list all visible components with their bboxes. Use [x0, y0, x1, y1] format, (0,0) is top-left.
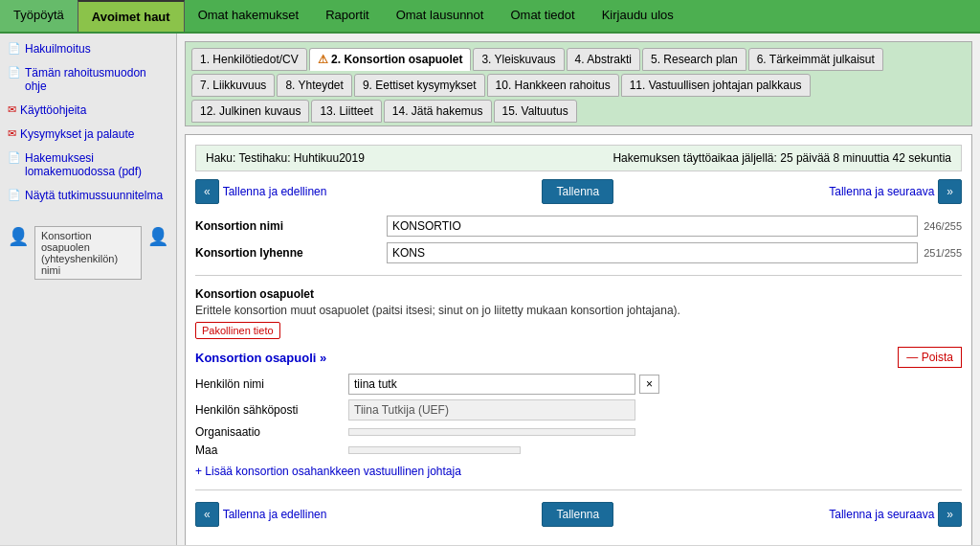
konsortio-section: Konsortion osapuolet Erittele konsortion… — [195, 287, 962, 339]
nav-raportit[interactable]: Raportit — [312, 0, 383, 32]
nav-avoimet-haut[interactable]: Avoimet haut — [78, 0, 185, 32]
osapuolet-desc: Erittele konsortion muut osapuolet (pait… — [195, 304, 962, 317]
poista-button[interactable]: — Poista — [898, 347, 962, 368]
maa-wrap — [348, 446, 962, 454]
tab-1[interactable]: 1. Henkilötiedot/CV — [191, 48, 307, 71]
maa-label: Maa — [195, 444, 348, 457]
next-group: Tallenna ja seuraava » — [829, 179, 962, 204]
henkilon-sahkoposti-value: Tiina Tutkija (UEF) — [348, 399, 635, 421]
tab-10[interactable]: 10. Hankkeen rahoitus — [487, 74, 619, 97]
next-arrow-button[interactable]: » — [938, 179, 962, 204]
tab-14[interactable]: 14. Jätä hakemus — [384, 100, 492, 123]
haku-right: Hakemuksen täyttöaikaa jäljellä: 25 päiv… — [612, 151, 951, 165]
sidebar-link-kysymykset[interactable]: Kysymykset ja palaute — [20, 126, 134, 142]
organisaatio-wrap — [348, 428, 962, 436]
tab-12[interactable]: 12. Julkinen kuvaus — [191, 100, 309, 123]
tabs-row-3: 12. Julkinen kuvaus 13. Liitteet 14. Jät… — [191, 100, 966, 123]
prev-group: « Tallenna ja edellinen — [195, 179, 326, 204]
prev-group-bottom: « Tallenna ja edellinen — [195, 502, 326, 527]
nav-omat-lausunnot[interactable]: Omat lausunnot — [383, 0, 498, 32]
nav-omat-tiedot[interactable]: Omat tiedot — [497, 0, 588, 32]
sidebar-link-rahoitusmuoto[interactable]: Tämän rahoitusmuodon ohje — [25, 65, 168, 94]
tab-2[interactable]: ⚠ 2. Konsortion osapuolet — [309, 48, 472, 71]
osapuoli-title-link[interactable]: Konsortion osapuoli » — [195, 351, 326, 365]
henkilon-sahkoposti-wrap: Tiina Tutkija (UEF) — [348, 399, 962, 421]
form-area: Haku: Testihaku: Huhtikuu2019 Hakemuksen… — [185, 134, 972, 545]
sidebar-tooltip: Konsortion osapuolen (yhteyshenkilön) ni… — [34, 226, 142, 280]
divider-2 — [195, 489, 962, 490]
tab-7[interactable]: 7. Liikkuvuus — [191, 74, 275, 97]
sidebar-link-hakemuksesi[interactable]: Hakemuksesi lomakemuodossa (pdf) — [25, 150, 168, 179]
prev-link[interactable]: Tallenna ja edellinen — [223, 185, 327, 198]
tab-6[interactable]: 6. Tärkeimmät julkaisut — [748, 48, 883, 71]
konsortion-nimi-count: 246/255 — [924, 220, 962, 232]
konsortion-nimi-label: Konsortion nimi — [195, 219, 387, 233]
sidebar-hakemuksesi: 📄 Hakemuksesi lomakemuodossa (pdf) — [8, 150, 168, 183]
sidebar-link-tutkimussuunnitelma[interactable]: Näytä tutkimussuunnitelma — [25, 188, 163, 203]
tab-8[interactable]: 8. Yhteydet — [277, 74, 352, 97]
prev-link-bottom[interactable]: Tallenna ja edellinen — [223, 508, 327, 521]
sidebar-tutkimussuunnitelma: 📄 Näytä tutkimussuunnitelma — [8, 188, 168, 207]
pdf-icon-2: 📄 — [8, 66, 21, 79]
organisaatio-label: Organisaatio — [195, 425, 348, 439]
sidebar-link-hakuilmoitus[interactable]: Hakuilmoitus — [25, 41, 91, 57]
next-link-bottom[interactable]: Tallenna ja seuraava — [829, 508, 934, 521]
pdf-icon-3: 📄 — [8, 151, 21, 164]
konsortion-lyhenne-label: Konsortion lyhenne — [195, 246, 387, 260]
konsortion-lyhenne-input[interactable] — [387, 242, 918, 263]
osapuolet-title: Konsortion osapuolet — [195, 287, 962, 301]
tabs-row-1: 1. Henkilötiedot/CV ⚠ 2. Konsortion osap… — [191, 48, 966, 71]
haku-bar: Haku: Testihaku: Huhtikuu2019 Hakemuksen… — [195, 145, 962, 171]
konsortion-lyhenne-row: Konsortion lyhenne 251/255 — [195, 242, 962, 263]
pdf-icon: 📄 — [8, 42, 21, 55]
henkilon-nimi-wrap: × — [348, 374, 962, 395]
henkilon-nimi-input[interactable] — [348, 374, 635, 395]
henkilon-sahkoposti-label: Henkilön sähköposti — [195, 403, 348, 417]
tabs-row-2: 7. Liikkuvuus 8. Yhteydet 9. Eettiset ky… — [191, 74, 966, 97]
tab-4[interactable]: 4. Abstrakti — [567, 48, 640, 71]
pakollinen-tieto-badge: Pakollinen tieto — [195, 322, 280, 339]
henkilon-nimi-row: Henkilön nimi × — [195, 374, 962, 395]
tab-5[interactable]: 5. Research plan — [642, 48, 746, 71]
next-arrow-button-bottom[interactable]: » — [938, 502, 962, 527]
tab-9[interactable]: 9. Eettiset kysymykset — [354, 74, 485, 97]
maa-row: Maa — [195, 444, 962, 457]
sidebar: 📄 Hakuilmoitus 📄 Tämän rahoitusmuodon oh… — [0, 34, 177, 545]
konsortion-lyhenne-count: 251/255 — [924, 247, 962, 259]
nav-kirjaudu-ulos[interactable]: Kirjaudu ulos — [589, 0, 687, 32]
prev-arrow-button-bottom[interactable]: « — [195, 502, 219, 527]
konsortion-nimi-input[interactable] — [387, 216, 918, 237]
person-form: Henkilön nimi × Henkilön sähköposti Tiin… — [195, 374, 962, 457]
top-navigation: Työpöytä Avoimet haut Omat hakemukset Ra… — [0, 0, 980, 34]
save-button-bottom[interactable]: Tallenna — [542, 502, 613, 527]
sidebar-tooltip-area: 👤 Konsortion osapuolen (yhteyshenkilön) … — [8, 226, 168, 280]
sidebar-kysymykset: ✉ Kysymykset ja palaute — [8, 126, 168, 146]
organisaatio-row: Organisaatio — [195, 425, 962, 439]
konsortion-nimi-wrap: 246/255 — [387, 216, 962, 237]
tabs-container: 1. Henkilötiedot/CV ⚠ 2. Konsortion osap… — [185, 41, 972, 126]
nav-tyopoyta[interactable]: Työpöytä — [0, 0, 78, 32]
tab-11[interactable]: 11. Vastuullisen johtajan palkkaus — [621, 74, 811, 97]
organisaatio-value — [348, 428, 635, 436]
person-icon-1: 👤 — [8, 226, 29, 247]
divider-1 — [195, 275, 962, 276]
prev-arrow-button[interactable]: « — [195, 179, 219, 204]
tab-3[interactable]: 3. Yleiskuvaus — [473, 48, 564, 71]
pdf-icon-4: 📄 — [8, 189, 21, 201]
lisaa-vastuullinen-link[interactable]: + Lisää konsortion osahankkeen vastuulli… — [195, 465, 962, 478]
haku-left: Haku: Testihaku: Huhtikuu2019 — [206, 151, 365, 165]
email-icon: ✉ — [8, 103, 16, 116]
sidebar-link-kayttoohjeet[interactable]: Käyttöohjeita — [20, 102, 86, 118]
tab-15[interactable]: 15. Valtuutus — [494, 100, 577, 123]
nav-omat-hakemukset[interactable]: Omat hakemukset — [185, 0, 313, 32]
osapuoli-header: Konsortion osapuoli » — Poista — [195, 347, 962, 368]
henkilon-sahkoposti-row: Henkilön sähköposti Tiina Tutkija (UEF) — [195, 399, 962, 421]
maa-value — [348, 446, 521, 454]
next-group-bottom: Tallenna ja seuraava » — [829, 502, 962, 527]
tab-13[interactable]: 13. Liitteet — [311, 100, 381, 123]
next-link[interactable]: Tallenna ja seuraava — [829, 185, 934, 198]
clear-button[interactable]: × — [639, 375, 659, 394]
person-icon-2: 👤 — [147, 226, 168, 247]
save-button-top[interactable]: Tallenna — [542, 179, 613, 204]
konsortion-lyhenne-wrap: 251/255 — [387, 242, 962, 263]
